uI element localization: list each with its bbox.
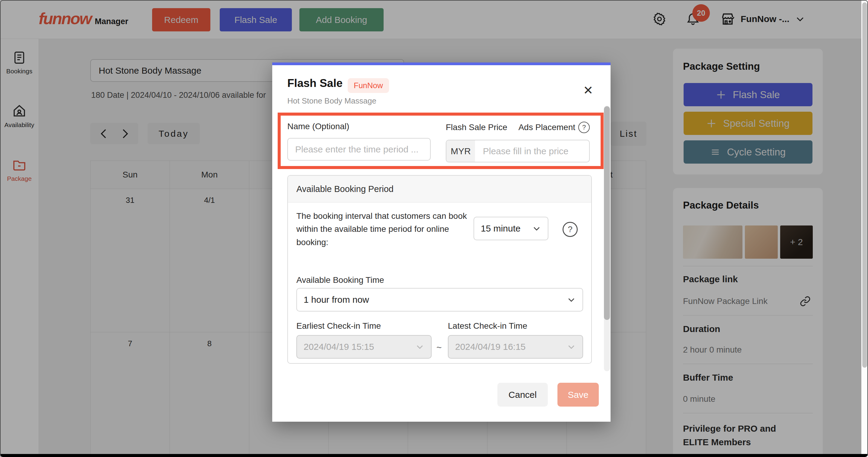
- ads-help-icon[interactable]: ?: [578, 122, 590, 133]
- booking-period-title: Available Booking Period: [288, 176, 591, 203]
- chevron-down-icon: [532, 224, 541, 233]
- save-button[interactable]: Save: [557, 383, 599, 406]
- interval-description: The booking interval that customers can …: [297, 210, 467, 249]
- close-icon[interactable]: ✕: [583, 84, 593, 96]
- page-scrollbar-thumb[interactable]: [862, 2, 867, 368]
- chevron-down-icon: [567, 295, 576, 304]
- earliest-checkin-select[interactable]: 2024/04/19 15:15: [297, 335, 432, 359]
- latest-checkin-select[interactable]: 2024/04/19 16:15: [448, 335, 583, 359]
- chevron-down-icon: [567, 342, 576, 352]
- flash-sale-modal: Flash Sale FunNow Hot Stone Body Massage…: [272, 62, 611, 422]
- interval-select[interactable]: 15 minute: [473, 217, 548, 240]
- interval-select-value: 15 minute: [481, 223, 521, 234]
- interval-help-icon[interactable]: ?: [563, 222, 578, 237]
- latest-checkin-value: 2024/04/19 16:15: [455, 342, 526, 352]
- modal-title: Flash Sale: [287, 77, 343, 90]
- page-scrollbar[interactable]: [861, 0, 868, 457]
- name-input[interactable]: Please enter the time period ...: [287, 138, 431, 160]
- question-glyph: ?: [582, 123, 586, 131]
- price-field-group: Flash Sale Price Ads Placement ? MYR Ple…: [446, 122, 590, 162]
- booking-time-label: Available Booking Time: [297, 275, 384, 285]
- app-root: funnow Manager Redeem Flash Sale Add Boo…: [0, 0, 868, 457]
- booking-period-section: Available Booking Period The booking int…: [287, 175, 592, 364]
- modal-scrollbar[interactable]: [604, 105, 610, 371]
- name-label: Name (Optional): [287, 122, 431, 131]
- ads-placement-label: Ads Placement: [519, 123, 575, 132]
- question-glyph: ?: [568, 224, 572, 234]
- chevron-down-icon: [415, 342, 424, 352]
- modal-accent-bar: [272, 62, 611, 65]
- modal-scrollbar-thumb[interactable]: [604, 106, 610, 320]
- currency-prefix: MYR: [446, 140, 475, 162]
- name-field-group: Name (Optional) Please enter the time pe…: [287, 122, 431, 160]
- price-input-placeholder: Please fill in the price: [483, 146, 568, 156]
- earliest-checkin-value: 2024/04/19 15:15: [304, 342, 374, 352]
- price-input[interactable]: MYR Please fill in the price: [446, 140, 590, 162]
- latest-checkin-label: Latest Check-in Time: [448, 321, 527, 331]
- booking-time-value: 1 hour from now: [304, 295, 369, 305]
- booking-time-select[interactable]: 1 hour from now: [297, 288, 583, 311]
- cancel-button[interactable]: Cancel: [497, 383, 548, 406]
- name-input-placeholder: Please enter the time period ...: [295, 144, 418, 155]
- price-label: Flash Sale Price: [446, 123, 507, 132]
- cancel-button-label: Cancel: [508, 390, 537, 400]
- funnow-badge: FunNow: [348, 78, 389, 93]
- range-separator: ~: [436, 342, 442, 353]
- earliest-checkin-label: Earliest Check-in Time: [297, 321, 381, 331]
- save-button-label: Save: [568, 390, 588, 400]
- modal-subtitle: Hot Stone Body Massage: [287, 96, 376, 105]
